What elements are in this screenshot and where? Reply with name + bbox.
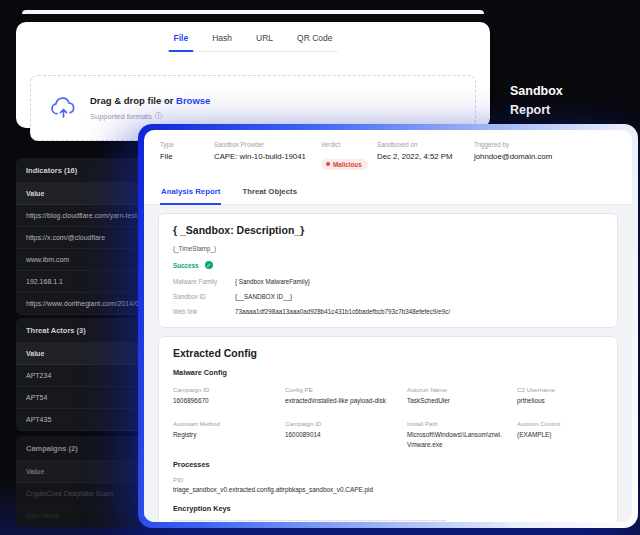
- table-header-row: Key Type Value Sandbox : VM: [174, 520, 446, 522]
- config-value: 1606896670: [173, 396, 275, 405]
- config-field: Campaign ID 1606896670: [173, 386, 275, 405]
- tab-url[interactable]: URL: [256, 33, 273, 43]
- field-value: {__SANDBOX ID__}: [235, 293, 292, 300]
- meta-value: johndoe@domain.com: [474, 152, 552, 161]
- indicator-item[interactable]: https://www.dorithegiant.com/2014/05/w: [16, 293, 145, 315]
- tab-file[interactable]: File: [174, 33, 189, 43]
- encryption-keys-subtitle: Encryption Keys: [173, 504, 603, 513]
- field-label: Sandbox ID: [173, 293, 235, 300]
- tab-analysis-report[interactable]: Analysis Report: [160, 179, 221, 205]
- config-label: Autorun Name: [407, 386, 507, 393]
- indicators-header[interactable]: Indicators (16): [16, 158, 145, 183]
- field-value: { Sandbox MalwareFamily}: [235, 278, 310, 285]
- sandbox-report-modal: Type File Sandbox Provider CAPE: win-10-…: [144, 130, 632, 522]
- extracted-config-title: Extracted Config: [173, 347, 603, 359]
- meta-type: Type File: [160, 141, 214, 170]
- threat-actors-header[interactable]: Threat Actors (3): [16, 318, 145, 343]
- config-value: (EXAMPLE): [517, 430, 603, 439]
- meta-sandboxed-on: Sandboxed on Dec 2, 2022, 4:52 PM: [377, 141, 474, 170]
- config-label: Install Path: [407, 420, 507, 427]
- config-label: C2 Username: [517, 386, 603, 393]
- upload-tab-bar: File Hash URL QR Code: [168, 33, 339, 52]
- indicator-item[interactable]: www.ibm.com: [16, 249, 145, 271]
- stacked-card-edge: [22, 10, 484, 14]
- indicators-column-header: Value: [16, 183, 145, 205]
- tab-qr-code[interactable]: QR Code: [297, 33, 332, 43]
- config-field: C2 Username prthelious: [517, 386, 603, 405]
- field-malware-family: Malware Family { Sandbox MalwareFamily}: [173, 278, 603, 285]
- supported-formats-label: Supported formats: [90, 112, 152, 121]
- column-header: Type: [240, 520, 306, 522]
- meta-label: Sandbox Provider: [214, 141, 321, 148]
- cloud-upload-icon: [50, 95, 77, 122]
- meta-value: Dec 2, 2022, 4:52 PM: [377, 152, 474, 161]
- config-value: Microsoft\Windows\\Lansom\zrwi. Vmware.e…: [407, 430, 507, 449]
- supported-formats: Supported formats ⓘ: [90, 111, 210, 121]
- meta-sandbox-provider: Sandbox Provider CAPE: win-10-build-1904…: [214, 141, 321, 170]
- indicator-item[interactable]: https://blog.cloudflare.com/yarn-test-: [16, 205, 145, 227]
- report-meta-row: Type File Sandbox Provider CAPE: win-10-…: [144, 130, 632, 179]
- pid-value: triage_sandbox_v0.extracted.config.attrp…: [173, 486, 603, 493]
- status-row: Success ✓: [173, 261, 603, 269]
- verdict-badge: Malicious: [321, 159, 368, 170]
- column-header: Sandbox : VM: [378, 520, 446, 522]
- indicators-panel: Indicators (16) Value https://blog.cloud…: [16, 158, 145, 315]
- extracted-config-card: Extracted Config Malware Config Campaign…: [158, 336, 618, 522]
- field-label: Malware Family: [173, 278, 235, 285]
- field-value: 73aaaa1df298aa13aaa0ad928b41c431b1c6bade…: [235, 308, 450, 315]
- meta-label: Verdict: [321, 141, 377, 148]
- meta-value: CAPE: win-10-build-19041: [214, 152, 321, 161]
- malware-config-subtitle: Malware Config: [173, 368, 603, 377]
- config-field: Autorun Name TaskSchedUler: [407, 386, 507, 405]
- malware-config-grid: Campaign ID 1606896670 Config PE extract…: [173, 386, 603, 449]
- dropzone-text: Drag & drop file or Browse Supported for…: [90, 95, 210, 121]
- processes-subtitle: Processes: [173, 460, 603, 469]
- meta-label: Triggered by: [474, 141, 552, 148]
- verdict-dot-icon: [326, 162, 330, 166]
- config-label: Autorun Control: [517, 420, 603, 427]
- config-field: Install Path Microsoft\Windows\\Lansom\z…: [407, 420, 507, 449]
- description-title: { _Sandbox: Description_}: [173, 224, 603, 236]
- verdict-text: Malicious: [333, 161, 362, 168]
- description-timestamp: (_TimeStamp_): [173, 245, 603, 252]
- config-label: Config PE: [285, 386, 397, 393]
- meta-label: Type: [160, 141, 214, 148]
- tab-hash[interactable]: Hash: [212, 33, 232, 43]
- threat-actors-column-header: Value: [16, 343, 145, 365]
- field-label: Web link: [173, 308, 235, 315]
- indicator-item[interactable]: https://x.com/@cloudflare: [16, 227, 145, 249]
- config-value: TaskSchedUler: [407, 396, 507, 405]
- app-canvas: File Hash URL QR Code Drag & drop file o…: [0, 0, 640, 535]
- upload-card: File Hash URL QR Code Drag & drop file o…: [16, 22, 490, 128]
- config-label: Autostart Method: [173, 420, 275, 427]
- browse-link[interactable]: Browse: [176, 95, 210, 106]
- meta-verdict: Verdict Malicious: [321, 141, 377, 170]
- pid-label: PID: [173, 476, 603, 483]
- tab-threat-objects[interactable]: Threat Objects: [241, 179, 298, 204]
- dropzone-title: Drag & drop file or Browse: [90, 95, 210, 106]
- campaigns-header[interactable]: Campaigns (2): [16, 436, 145, 461]
- config-value: 1600089014: [285, 430, 397, 439]
- config-label: Campaign ID: [173, 386, 275, 393]
- config-label: Campaign ID: [285, 420, 397, 427]
- threat-actor-item[interactable]: APT234: [16, 365, 145, 387]
- report-modal-glow: Type File Sandbox Provider CAPE: win-10-…: [138, 124, 638, 528]
- campaigns-column-header: Value: [16, 461, 145, 483]
- column-header: Key: [174, 520, 240, 522]
- config-field: Autorun Control (EXAMPLE): [517, 420, 603, 449]
- encryption-keys-table: Key Type Value Sandbox : VM aes_key aes-…: [173, 520, 446, 522]
- meta-label: Sandboxed on: [377, 141, 474, 148]
- campaign-item[interactable]: Gain Nova: [16, 505, 145, 527]
- config-value: extracted\installed-like payload-disk: [285, 396, 397, 405]
- indicator-item[interactable]: 192.168.1.1: [16, 271, 145, 293]
- threat-actor-item[interactable]: APT435: [16, 409, 145, 431]
- campaign-item[interactable]: CryptoCore Deepfake Scam: [16, 483, 145, 505]
- config-value: Registry: [173, 430, 275, 439]
- threat-actor-item[interactable]: APT54: [16, 387, 145, 409]
- config-value: prthelious: [517, 396, 603, 405]
- info-icon[interactable]: ⓘ: [155, 111, 163, 121]
- report-tab-bar: Analysis Report Threat Objects: [144, 179, 632, 205]
- config-field: Autostart Method Registry: [173, 420, 275, 449]
- sandbox-description-card: { _Sandbox: Description_} (_TimeStamp_) …: [158, 213, 618, 328]
- check-circle-icon: ✓: [205, 261, 213, 269]
